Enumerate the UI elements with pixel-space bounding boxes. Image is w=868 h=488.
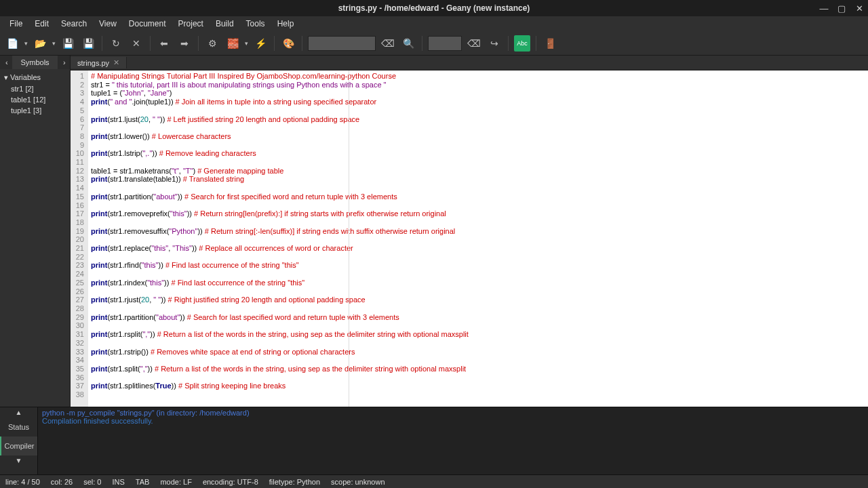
sidebar-tab-symbols[interactable]: Symbols [12, 56, 58, 69]
status-tab[interactable]: TAB [136, 478, 150, 486]
menu-document[interactable]: Document [123, 18, 172, 30]
status-encoding: encoding: UTF-8 [203, 478, 258, 486]
menu-help[interactable]: Help [272, 18, 300, 30]
save-icon[interactable]: 💾 [60, 35, 76, 52]
save-all-icon[interactable]: 💾 [80, 35, 96, 52]
menubar: FileEditSearchViewDocumentProjectBuildTo… [0, 16, 868, 31]
bottom-panel: ▲ Status Compiler ▼ python -m py_compile… [0, 407, 868, 474]
status-col: col: 26 [51, 478, 73, 486]
search-icon[interactable]: 🔍 [400, 35, 416, 52]
tab-close-icon[interactable]: ✕ [113, 58, 119, 67]
sidebar-tab-prev[interactable]: ‹ [0, 56, 12, 69]
tab-label: strings.py [77, 59, 109, 67]
tree-item[interactable]: tuple1 [3] [1, 105, 68, 116]
menu-build[interactable]: Build [210, 18, 239, 30]
panel-down-icon[interactable]: ▼ [0, 455, 37, 466]
back-arrow-icon[interactable]: ⬅ [156, 35, 172, 52]
sidebar: ‹ Symbols › ▾ Variables str1 [2]table1 [… [0, 56, 71, 407]
new-dropdown-icon[interactable]: ▾ [24, 40, 28, 47]
open-dropdown-icon[interactable]: ▾ [52, 40, 56, 47]
menu-tools[interactable]: Tools [241, 18, 271, 30]
menu-file[interactable]: File [4, 18, 28, 30]
panel-tab-status[interactable]: Status [0, 418, 37, 436]
build-icon[interactable]: 🧱 [224, 35, 241, 52]
new-file-icon[interactable]: 📄 [4, 35, 20, 52]
menu-edit[interactable]: Edit [29, 18, 54, 30]
minimize-icon[interactable]: — [818, 2, 830, 14]
status-ins[interactable]: INS [112, 478, 124, 486]
run-icon[interactable]: ⚡ [252, 35, 269, 52]
status-scope: scope: unknown [331, 478, 385, 486]
sidebar-tab-next[interactable]: › [58, 56, 70, 69]
quit-icon[interactable]: 🚪 [542, 35, 558, 52]
status-sel: sel: 0 [83, 478, 101, 486]
statusbar: line: 4 / 50 col: 26 sel: 0 INS TAB mode… [0, 474, 868, 488]
close-file-icon[interactable]: ✕ [128, 35, 144, 52]
compile-icon[interactable]: ⚙ [204, 35, 220, 52]
tree-item[interactable]: str1 [2] [1, 83, 68, 94]
goto-icon[interactable]: ↪ [486, 35, 502, 52]
compiler-output[interactable]: python -m py_compile "strings.py" (in di… [38, 407, 868, 474]
window-title: strings.py - /home/edward - Geany (new i… [338, 3, 530, 13]
color-picker-icon[interactable]: 🎨 [280, 35, 296, 52]
titlebar: strings.py - /home/edward - Geany (new i… [0, 0, 868, 16]
status-line: line: 4 / 50 [5, 478, 40, 486]
close-icon[interactable]: ✕ [853, 2, 865, 14]
line-gutter: 1234567891011121314151617181920212223242… [71, 70, 88, 407]
code-editor[interactable]: 1234567891011121314151617181920212223242… [71, 70, 868, 407]
console-result: Compilation finished successfully. [42, 417, 864, 425]
console-command: python -m py_compile "strings.py" (in di… [42, 409, 864, 417]
search-clear-icon[interactable]: ⌫ [380, 35, 396, 52]
status-mode: mode: LF [160, 478, 191, 486]
status-filetype: filetype: Python [269, 478, 320, 486]
open-file-icon[interactable]: 📂 [32, 35, 48, 52]
maximize-icon[interactable]: ▢ [835, 2, 848, 14]
tab-strings-py[interactable]: strings.py ✕ [71, 57, 127, 68]
goto-input[interactable] [428, 36, 462, 51]
build-dropdown-icon[interactable]: ▾ [245, 40, 248, 47]
toolbar: 📄 ▾ 📂 ▾ 💾 💾 ↻ ✕ ⬅ ➡ ⚙ 🧱 ▾ ⚡ 🎨 ⌫ 🔍 ⌫ ↪ Ab… [0, 31, 868, 56]
menu-view[interactable]: View [94, 18, 122, 30]
tree-item[interactable]: table1 [12] [1, 94, 68, 105]
search-input[interactable] [308, 36, 376, 51]
forward-arrow-icon[interactable]: ➡ [176, 35, 193, 52]
reload-icon[interactable]: ↻ [108, 35, 124, 52]
menu-search[interactable]: Search [56, 18, 92, 30]
panel-up-icon[interactable]: ▲ [0, 407, 37, 418]
panel-tab-compiler[interactable]: Compiler [0, 436, 37, 455]
menu-project[interactable]: Project [173, 18, 209, 30]
abc-icon[interactable]: Abc [514, 35, 530, 52]
code-content[interactable]: # Manipulating Strings Tutorial Part III… [88, 70, 868, 407]
symbol-tree: ▾ Variables str1 [2]table1 [12]tuple1 [3… [0, 69, 70, 119]
document-tabs: strings.py ✕ [71, 56, 868, 70]
tree-group-variables[interactable]: ▾ Variables [1, 72, 68, 83]
goto-clear-icon[interactable]: ⌫ [466, 35, 482, 52]
